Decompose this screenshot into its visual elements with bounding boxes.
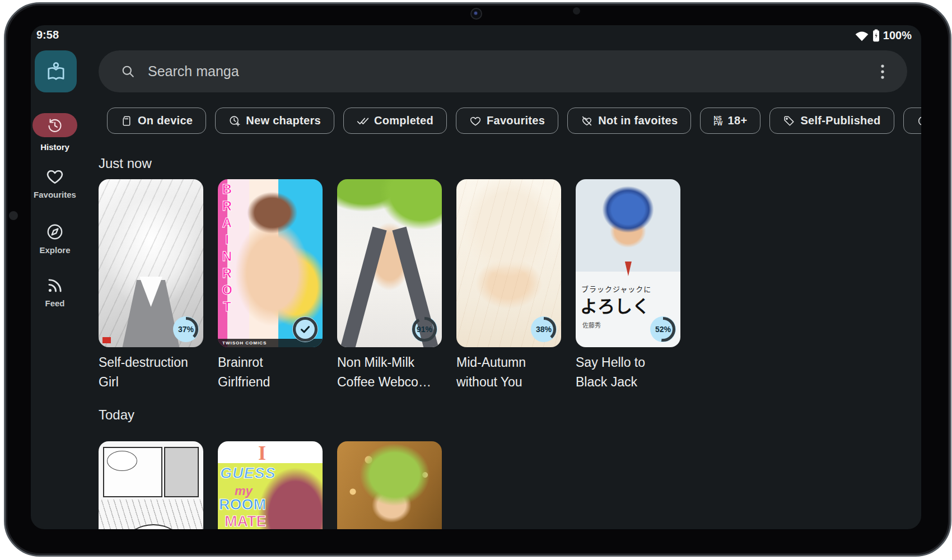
manga-card-self-destruction-girl[interactable]: 37% Self-destruction Girl bbox=[99, 179, 203, 392]
manga-card-guess-my-roommate[interactable]: I GUESS my ROOM MATE bbox=[218, 441, 323, 529]
progress-percent: 91% bbox=[417, 325, 432, 334]
progress-badge: 38% bbox=[531, 316, 557, 342]
manga-cover-art: 91% bbox=[337, 179, 442, 347]
chip-not-in-favourites[interactable]: Not in favoites bbox=[567, 108, 691, 134]
sidebar-label: Favourites bbox=[31, 190, 79, 199]
filter-chips-row: On device New chapters Completed bbox=[107, 108, 921, 134]
cover-speech-bubble bbox=[125, 524, 181, 529]
manga-card-bar-girl[interactable] bbox=[337, 441, 442, 529]
manga-cover-art bbox=[99, 441, 203, 529]
side-camera bbox=[9, 211, 18, 220]
manga-cover-art: BRAINROT TWISOH COMICS bbox=[218, 179, 323, 347]
cover-text: ROOM bbox=[219, 496, 266, 514]
battery-percent: 100% bbox=[883, 29, 912, 42]
app-logo-button[interactable] bbox=[35, 50, 77, 92]
chip-favourites[interactable]: Favourites bbox=[456, 108, 558, 134]
progress-badge: 52% bbox=[650, 316, 676, 342]
progress-percent: 37% bbox=[178, 325, 194, 334]
cover-text: GUESS bbox=[220, 465, 276, 482]
kebab-menu-icon bbox=[880, 63, 885, 80]
chip-18-plus[interactable]: NS FW 18+ bbox=[700, 108, 760, 134]
book-reader-logo-icon bbox=[44, 59, 68, 84]
chip-label: Not in favoites bbox=[598, 114, 678, 127]
chip-new-chapters[interactable]: New chapters bbox=[215, 108, 334, 134]
rss-icon bbox=[46, 277, 64, 295]
manga-card-bw-page[interactable] bbox=[99, 441, 203, 529]
heart-icon bbox=[45, 167, 64, 186]
sidebar-label: Explore bbox=[31, 245, 79, 255]
search-icon bbox=[120, 64, 136, 79]
manga-cover-art: 37% bbox=[99, 179, 203, 347]
manga-card-non-milk-milk-coffee[interactable]: 91% Non Milk-Milk Coffee Webco… bbox=[337, 179, 442, 392]
cover-logo-mark bbox=[102, 337, 111, 343]
sidebar-item-history[interactable]: History bbox=[31, 113, 79, 152]
sidebar-label: History bbox=[31, 142, 79, 152]
sd-card-icon bbox=[120, 115, 133, 127]
chip-on-device[interactable]: On device bbox=[107, 108, 206, 134]
manga-title: Non Milk-Milk Coffee Webco… bbox=[337, 353, 452, 392]
cover-title-line2: よろしく bbox=[580, 292, 650, 318]
cover-text: MATE bbox=[225, 513, 267, 529]
battery-charging-icon bbox=[872, 29, 880, 42]
progress-badge bbox=[292, 316, 318, 342]
nsfw-icon: NS FW bbox=[713, 116, 722, 126]
manga-cover-art: ブラックジャックに よろしく 佐藤秀 52% bbox=[576, 179, 680, 347]
progress-percent: 38% bbox=[536, 325, 552, 334]
manga-card-say-hello-to-black-jack[interactable]: ブラックジャックに よろしく 佐藤秀 52% Say Hello to Blac… bbox=[576, 179, 680, 392]
chip-label: Self-Published bbox=[800, 114, 880, 127]
manga-title: Mid-Autumn without You bbox=[456, 353, 571, 392]
chip-label: Completed bbox=[374, 114, 433, 127]
progress-badge: 91% bbox=[412, 316, 437, 342]
manga-title: Brainrot Girlfriend bbox=[218, 353, 333, 392]
search-placeholder: Search manga bbox=[148, 63, 880, 80]
partial-circle-icon bbox=[917, 115, 921, 127]
chip-label: 18+ bbox=[728, 114, 748, 127]
front-camera bbox=[470, 8, 482, 20]
chip-label: New chapters bbox=[246, 114, 321, 127]
cover-text: I bbox=[258, 441, 266, 465]
progress-percent: 52% bbox=[655, 325, 671, 334]
manga-card-brainrot-girlfriend[interactable]: BRAINROT TWISOH COMICS Brainrot Girlfrie… bbox=[218, 179, 323, 392]
manga-title: Say Hello to Black Jack bbox=[576, 353, 690, 392]
search-bar[interactable]: Search manga bbox=[99, 50, 907, 92]
chip-label: On device bbox=[138, 114, 193, 127]
camera-lens bbox=[474, 12, 477, 15]
wifi-icon bbox=[855, 30, 869, 41]
manga-title: Self-destruction Girl bbox=[99, 353, 213, 392]
check-icon bbox=[298, 322, 312, 337]
tag-icon bbox=[783, 115, 795, 127]
compass-icon bbox=[45, 222, 64, 241]
double-check-icon bbox=[357, 115, 369, 127]
chip-partial[interactable] bbox=[903, 108, 921, 134]
chip-label: Favourites bbox=[487, 114, 545, 127]
progress-badge: 37% bbox=[173, 316, 199, 342]
selected-pill bbox=[32, 113, 77, 137]
manga-cover-art bbox=[337, 441, 442, 529]
sidebar-item-feed[interactable]: Feed bbox=[31, 277, 79, 308]
status-icons: 100% bbox=[855, 29, 912, 42]
manga-cover-art: 38% bbox=[456, 179, 561, 347]
section-header-today: Today bbox=[99, 407, 134, 423]
tablet-device: 9:58 100% bbox=[0, 0, 952, 560]
cover-author: 佐藤秀 bbox=[582, 320, 601, 329]
heart-off-icon bbox=[581, 115, 593, 127]
heart-icon bbox=[469, 115, 482, 127]
manga-card-mid-autumn-without-you[interactable]: 38% Mid-Autumn without You bbox=[456, 179, 561, 392]
sidebar-label: Feed bbox=[31, 298, 79, 308]
cover-vertical-title: BRAINROT bbox=[219, 181, 235, 316]
manga-cover-art: I GUESS my ROOM MATE bbox=[218, 441, 323, 529]
section-header-just-now: Just now bbox=[99, 156, 152, 171]
status-time: 9:58 bbox=[36, 29, 59, 41]
overflow-menu-button[interactable] bbox=[880, 63, 885, 80]
clock-plus-icon bbox=[228, 115, 241, 127]
sensor-dot bbox=[573, 7, 580, 15]
app-screen: 9:58 100% bbox=[31, 25, 921, 529]
history-icon bbox=[46, 117, 63, 134]
chip-self-published[interactable]: Self-Published bbox=[769, 108, 894, 134]
chip-completed[interactable]: Completed bbox=[343, 108, 447, 134]
cover-panel bbox=[164, 447, 199, 497]
sidebar-item-explore[interactable]: Explore bbox=[31, 222, 79, 255]
sidebar-item-favourites[interactable]: Favourites bbox=[31, 167, 79, 199]
cover-panel bbox=[103, 447, 162, 497]
